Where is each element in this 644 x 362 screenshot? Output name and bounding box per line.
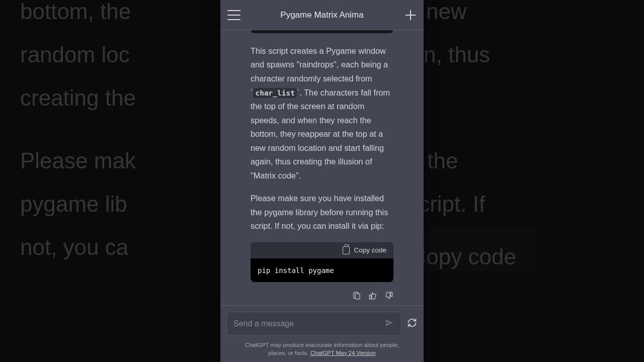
message-input[interactable]: [233, 319, 384, 328]
message-text: . The characters fall from the top of th…: [251, 88, 390, 180]
copy-code-button[interactable]: Copy code: [251, 242, 393, 258]
code-block: Copy code pip install pygame: [251, 242, 393, 282]
message-actions: [228, 282, 416, 305]
copy-message-icon[interactable]: [352, 291, 361, 300]
page-title: Pygame Matrix Anima: [280, 10, 363, 20]
message-text: This script creates a Pygame window and …: [251, 46, 388, 83]
footer: ChatGPT may produce inaccurate informati…: [220, 305, 424, 362]
svg-rect-0: [355, 294, 360, 299]
disclaimer-text: ChatGPT may produce inaccurate informati…: [226, 336, 418, 357]
copy-code-label: Copy code: [354, 246, 386, 254]
clipboard-icon: [343, 246, 350, 254]
message-input-container[interactable]: [226, 312, 401, 336]
new-chat-button[interactable]: [405, 9, 417, 21]
message-text: Please make sure you have installed the …: [251, 192, 393, 233]
message-scroll-area[interactable]: This script creates a Pygame window and …: [220, 30, 424, 305]
version-link[interactable]: ChatGPT May 24 Version: [310, 350, 376, 356]
thumbs-down-icon[interactable]: [384, 291, 393, 300]
code-content: pip install pygame: [251, 258, 393, 282]
thumbs-up-icon[interactable]: [368, 291, 377, 300]
inline-code: char_list: [253, 88, 297, 98]
menu-icon[interactable]: [227, 10, 240, 20]
header-bar: Pygame Matrix Anima: [220, 0, 424, 30]
send-icon[interactable]: [384, 318, 394, 330]
regenerate-icon[interactable]: [407, 317, 418, 330]
assistant-message: This script creates a Pygame window and …: [228, 33, 416, 242]
chat-app-window: Pygame Matrix Anima This script creates …: [220, 0, 424, 362]
prev-code-block-bottom: [251, 30, 393, 33]
